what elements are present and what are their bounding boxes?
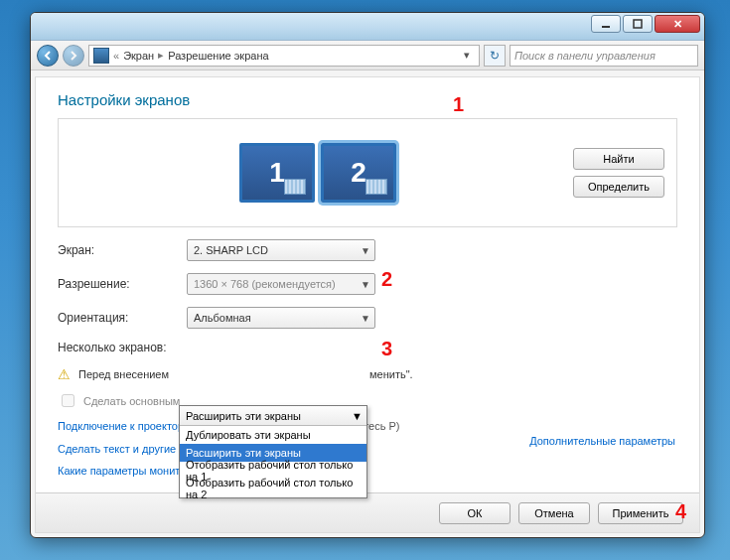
orientation-value: Альбомная <box>194 312 251 324</box>
breadcrumb-segment-2[interactable]: Разрешение экрана <box>168 50 268 62</box>
warning-row: ⚠ Перед внесением менить". <box>58 366 677 381</box>
multi-value: Расширить эти экраны <box>186 410 301 422</box>
search-input[interactable]: Поиск в панели управления <box>510 45 698 67</box>
search-placeholder: Поиск в панели управления <box>514 50 656 62</box>
warning-icon: ⚠ <box>58 366 73 381</box>
close-button[interactable]: ✕ <box>655 15 700 33</box>
chevron-down-icon: ▼ <box>352 410 363 422</box>
display-label: Экран: <box>58 243 177 257</box>
cancel-button[interactable]: Отмена <box>518 502 590 524</box>
advanced-link[interactable]: Дополнительные параметры <box>529 435 675 447</box>
orientation-label: Ориентация: <box>58 311 177 325</box>
footer: ОК Отмена Применить <box>36 492 699 532</box>
chevron-right-icon: ▸ <box>158 49 164 62</box>
warning-text-a: Перед внесением <box>78 368 169 380</box>
titlebar: ✕ <box>31 13 704 41</box>
projector-link[interactable]: Подключение к проектору <box>58 420 189 432</box>
make-main-checkbox <box>62 394 74 407</box>
nav-back-button[interactable] <box>37 45 59 67</box>
monitor-2[interactable]: 2 <box>321 143 396 203</box>
refresh-button[interactable]: ↻ <box>484 45 506 67</box>
multi-display-dropdown[interactable]: Расширить эти экраны ▼ Дублировать эти э… <box>179 405 367 498</box>
breadcrumb-segment-1[interactable]: Экран <box>123 50 154 62</box>
multi-label: Несколько экранов: <box>58 341 177 354</box>
content-area: Настройки экранов 1 2 Найти Определить Э… <box>35 76 700 533</box>
multi-option-only2[interactable]: Отобразить рабочий стол только на 2 <box>180 480 366 497</box>
resolution-label: Разрешение: <box>58 277 177 291</box>
multi-option-duplicate[interactable]: Дублировать эти экраны <box>180 426 366 444</box>
resolution-value: 1360 × 768 (рекомендуется) <box>194 278 336 290</box>
orientation-select[interactable]: Альбомная ▼ <box>187 307 375 329</box>
window-frame: ✕ « Экран ▸ Разрешение экрана ▾ ↻ Поиск … <box>30 12 705 538</box>
monitor-2-label: 2 <box>351 157 366 189</box>
chevron-down-icon[interactable]: ▾ <box>459 49 475 62</box>
resolution-select[interactable]: 1360 × 768 (рекомендуется) ▼ <box>187 273 375 295</box>
warning-text-b: менить". <box>369 368 413 380</box>
nav-forward-button[interactable] <box>63 45 84 67</box>
page-title: Настройки экранов <box>58 91 677 108</box>
apply-button[interactable]: Применить <box>598 502 683 524</box>
svg-rect-1 <box>634 20 642 28</box>
maximize-button[interactable] <box>623 15 653 33</box>
breadcrumb[interactable]: « Экран ▸ Разрешение экрана ▾ <box>88 45 480 67</box>
identify-button[interactable]: Определить <box>573 176 664 198</box>
chevron-down-icon: ▼ <box>361 245 370 256</box>
monitors-preview: 1 2 Найти Определить <box>58 118 677 227</box>
minimize-button[interactable] <box>591 15 621 33</box>
chevron-down-icon: ▼ <box>361 279 370 290</box>
display-icon <box>93 48 109 64</box>
display-select[interactable]: 2. SHARP LCD ▼ <box>187 239 375 261</box>
address-bar: « Экран ▸ Разрешение экрана ▾ ↻ Поиск в … <box>31 41 704 70</box>
chevron-down-icon: ▼ <box>361 313 370 324</box>
ok-button[interactable]: ОК <box>439 502 511 524</box>
monitor-1[interactable]: 1 <box>239 143 315 203</box>
display-value: 2. SHARP LCD <box>194 244 268 256</box>
find-button[interactable]: Найти <box>573 148 664 170</box>
make-main-label: Сделать основным <box>83 395 180 407</box>
breadcrumb-sep-icon: « <box>113 50 119 62</box>
monitor-1-label: 1 <box>269 157 285 189</box>
